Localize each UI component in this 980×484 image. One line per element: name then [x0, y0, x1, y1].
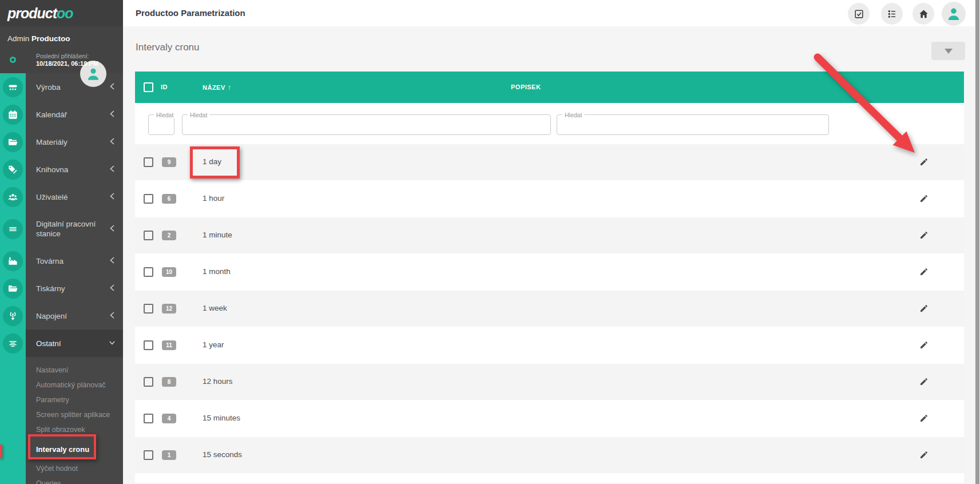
- table-row[interactable]: 11 1 year: [135, 327, 964, 363]
- table-row[interactable]: 8 12 hours: [135, 364, 964, 400]
- sidebar-item-knihovna[interactable]: Knihovna: [26, 156, 123, 183]
- folder-icon[interactable]: [3, 279, 23, 299]
- edit-pencil-icon[interactable]: [919, 267, 929, 276]
- align-lines-icon[interactable]: [3, 334, 23, 354]
- cron-intervals-table: ID NÁZEV↑ POPISEK Hledat Hledat Hledat: [135, 72, 964, 483]
- main-content: Intervaly cronu ID NÁZEV↑ POPISEK Hledat…: [123, 26, 980, 484]
- tags-icon[interactable]: [3, 160, 23, 180]
- table-row[interactable]: 2 1 minute: [135, 217, 964, 253]
- annotation-red-sliver: [0, 445, 2, 458]
- column-header-nazev[interactable]: NÁZEV↑: [203, 84, 231, 92]
- conveyor-icon[interactable]: [3, 77, 23, 97]
- column-header-id[interactable]: ID: [161, 84, 168, 90]
- icon-rail: [0, 73, 26, 484]
- app-window: productoo Admin Productoo Poslední přihl…: [0, 0, 980, 484]
- sidebar-item-u-ivatel-[interactable]: Uživatelé: [26, 183, 123, 211]
- row-id-badge: 10: [162, 267, 176, 277]
- logo-bar: productoo: [0, 0, 123, 26]
- edit-pencil-icon[interactable]: [919, 340, 929, 350]
- sidebar-item-napojen-[interactable]: Napojení: [26, 302, 123, 330]
- row-name: 1 week: [203, 304, 227, 312]
- filter-button[interactable]: [931, 42, 965, 60]
- header-title: Productoo Parametrization: [136, 8, 245, 18]
- row-id-badge: 2: [162, 231, 176, 240]
- profile-avatar-button[interactable]: [942, 2, 966, 26]
- users-icon[interactable]: [3, 187, 23, 207]
- submenu-item-automatick-pl-nova-[interactable]: Automatický plánovač: [26, 378, 123, 392]
- table-row[interactable]: 1 15 seconds: [135, 437, 964, 473]
- row-checkbox[interactable]: [144, 267, 153, 277]
- sidebar-item-ostatn-[interactable]: Ostatní: [26, 330, 123, 357]
- edit-pencil-icon[interactable]: [919, 450, 929, 459]
- table-row[interactable]: 6 1 hour: [135, 181, 964, 217]
- edit-pencil-icon[interactable]: [919, 377, 929, 386]
- sidebar-item-tov-rna[interactable]: Továrna: [26, 247, 123, 275]
- table-row[interactable]: 4 15 minutes: [135, 400, 964, 437]
- submenu-item-v-et-hodnot[interactable]: Výčet hodnot: [26, 461, 123, 476]
- sidebar-item-label: Uživatelé: [36, 193, 109, 201]
- sidebar-item-v-roba[interactable]: Výroba: [26, 73, 123, 101]
- list-button[interactable]: [881, 3, 903, 25]
- search-id-input[interactable]: [152, 118, 170, 132]
- table-row-partial: [135, 474, 964, 483]
- user-name: Admin Productoo: [7, 34, 70, 43]
- search-popisek-input[interactable]: [561, 118, 825, 132]
- edit-pencil-icon[interactable]: [919, 414, 929, 423]
- table-row[interactable]: 12 1 week: [135, 291, 964, 327]
- row-checkbox[interactable]: [144, 377, 153, 387]
- row-checkbox[interactable]: [144, 340, 153, 350]
- row-checkbox[interactable]: [144, 450, 153, 460]
- table-row[interactable]: 9 1 day: [135, 144, 964, 180]
- edit-pencil-icon[interactable]: [919, 194, 929, 203]
- submenu-item-queries[interactable]: Queries: [26, 476, 123, 484]
- row-checkbox[interactable]: [144, 157, 153, 167]
- sidebar-item-digitaln-pracovn-stanice[interactable]: Digitalní pracovní stanice: [26, 211, 123, 247]
- antenna-icon[interactable]: [3, 306, 23, 326]
- select-all-checkbox[interactable]: [144, 82, 153, 92]
- row-checkbox[interactable]: [144, 304, 153, 314]
- row-checkbox[interactable]: [144, 231, 153, 240]
- edit-pencil-icon[interactable]: [919, 231, 929, 240]
- home-button[interactable]: [912, 3, 934, 25]
- search-nazev-input[interactable]: [186, 118, 547, 132]
- sidebar-item-label: Napojení: [36, 312, 109, 320]
- sidebar-item-label: Továrna: [36, 257, 109, 265]
- sidebar-item-tisk-rny[interactable]: Tiskárny: [26, 275, 123, 302]
- sidebar-item-label: Ostatní: [36, 339, 109, 348]
- row-id-badge: 1: [162, 450, 176, 460]
- row-checkbox[interactable]: [144, 414, 153, 423]
- search-field-label: Hledat: [562, 112, 584, 118]
- vertical-scrollbar[interactable]: [975, 0, 980, 484]
- calendar-icon[interactable]: [3, 105, 23, 125]
- row-id-badge: 11: [162, 340, 176, 350]
- edit-pencil-icon[interactable]: [919, 157, 929, 166]
- scrollbar-thumb[interactable]: [975, 0, 979, 484]
- chevron-left-icon: [109, 312, 115, 320]
- folder-icon[interactable]: [3, 132, 23, 152]
- row-name: 15 minutes: [203, 414, 240, 422]
- tasks-button[interactable]: [848, 3, 870, 25]
- table-body: 9 1 day 6 1 hour 2 1 minute 10 1 month 1…: [135, 144, 964, 483]
- search-field-id: Hledat: [148, 114, 174, 135]
- lines-icon[interactable]: [3, 219, 23, 239]
- sidebar-item-label: Digitalní pracovní stanice: [36, 219, 109, 239]
- row-name: 1 hour: [203, 194, 224, 203]
- chevron-left-icon: [109, 165, 115, 174]
- chevron-left-icon: [109, 193, 115, 201]
- table-row[interactable]: 10 1 month: [135, 254, 964, 290]
- productoo-logo[interactable]: productoo: [7, 5, 73, 22]
- submenu-item-parametry[interactable]: Parametry: [26, 392, 123, 407]
- submenu-item-nastaven-[interactable]: Nastavení: [26, 363, 123, 378]
- sidebar-item-materi-ly[interactable]: Materiály: [26, 128, 123, 156]
- chevron-left-icon: [109, 110, 115, 119]
- row-name: 15 seconds: [203, 450, 242, 459]
- sidebar-item-kalend-[interactable]: Kalendář: [26, 101, 123, 128]
- factory-icon[interactable]: [3, 251, 23, 271]
- column-header-popisek[interactable]: POPISEK: [511, 84, 541, 90]
- table-header: ID NÁZEV↑ POPISEK: [135, 72, 964, 103]
- edit-pencil-icon[interactable]: [919, 304, 929, 313]
- row-checkbox[interactable]: [144, 194, 153, 204]
- sidebar: productoo Admin Productoo Poslední přihl…: [0, 0, 123, 484]
- chevron-left-icon: [109, 224, 115, 234]
- submenu-item-screen-splitter-aplikace[interactable]: Screen splitter aplikace: [26, 407, 123, 422]
